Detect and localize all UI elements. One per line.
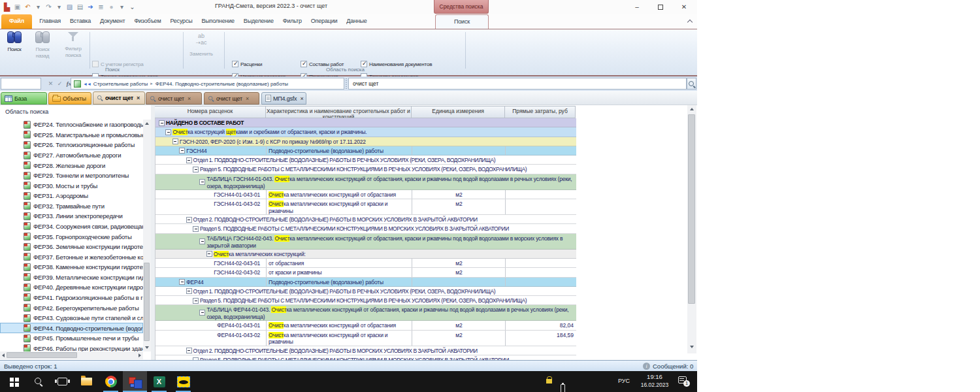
toolbar-more-icon[interactable]: ⌄	[128, 3, 137, 12]
rtf-icon[interactable]: ≣	[97, 3, 105, 12]
sidebar-item[interactable]: ФЕР45. Промышленные печи и трубы	[0, 333, 143, 344]
table-row[interactable]: ФЕР44-01-043-01Очистка металлических кон…	[155, 321, 576, 330]
sidebar-item[interactable]: ФЕР35. Горнопроходческие работы	[0, 231, 143, 242]
collapse-box-icon[interactable]	[179, 279, 185, 285]
tray-clock[interactable]: 19:16 16.02.2023	[638, 373, 672, 389]
collapse-box-icon[interactable]	[193, 167, 199, 172]
lock-icon[interactable]	[546, 376, 553, 384]
export-icon[interactable]: ➔	[86, 3, 95, 12]
redo-icon[interactable]: ↷	[44, 3, 53, 12]
collapse-box-icon[interactable]	[199, 179, 205, 185]
table-row[interactable]: ГЭСН44-02-043-01от обрастаниям2	[155, 259, 576, 268]
collapse-box-icon[interactable]	[186, 288, 192, 294]
ribbon-tab-Главная[interactable]: Главная	[35, 14, 65, 29]
table-vertical-scrollbar[interactable]	[687, 105, 696, 353]
collapse-box-icon[interactable]	[206, 251, 212, 257]
sidebar-item[interactable]: ФЕР34. Сооружения связи, радиовещания	[0, 221, 143, 232]
chrome-taskbar-button[interactable]	[99, 371, 123, 392]
maximize-button[interactable]	[651, 0, 670, 14]
ribbon-tab-Фильтр[interactable]: Фильтр	[278, 14, 306, 29]
ribbon-tab-Файл[interactable]: Файл	[1, 14, 32, 29]
table-row[interactable]: Отдел 1. ПОДВОДНО-СТРОИТЕЛЬНЫЕ (ВОДОЛАЗН…	[155, 287, 576, 296]
table-row[interactable]: ГЭСН-2020, ФЕР-2020 (с Изм. 1-9) с КСР п…	[155, 137, 576, 146]
table-row[interactable]: НАЙДЕНО В СОСТАВЕ РАБОТ	[155, 118, 576, 127]
table-row[interactable]: Раздел 5. ПОДВОДНЫЕ РАБОТЫ С МЕТАЛЛИЧЕСК…	[155, 296, 576, 305]
file-explorer-taskbar-button[interactable]	[74, 371, 99, 392]
collapse-box-icon[interactable]	[199, 310, 205, 316]
table-row[interactable]: ГЭСН44-02-043-02от краски и ржавчиным2	[155, 268, 576, 277]
sidebar-item[interactable]: ФЕР31. Аэродромы	[0, 191, 143, 201]
replace-button[interactable]: Заменить	[184, 51, 218, 57]
document-tab-МП4.gsfx[interactable]: МП4.gsfx×	[261, 92, 306, 105]
collapse-box-icon[interactable]	[159, 120, 165, 126]
taskbar-search-taskbar-button[interactable]	[26, 371, 50, 392]
undo-icon[interactable]: ↶	[24, 3, 32, 12]
table-row[interactable]: ТАБЛИЦА ГЭСН44-01-043. Очистка металличе…	[155, 174, 576, 190]
table-row[interactable]: Отдел 2. ПОДВОДНО-СТРОИТЕЛЬНЫЕ (ВОДОЛАЗН…	[155, 215, 576, 224]
history-back-icon[interactable]: ◄◄	[83, 82, 91, 86]
ribbon-tab-Поиск[interactable]: Поиск	[435, 14, 489, 29]
sidebar-item[interactable]: ФЕР29. Тоннели и метрополитены	[0, 171, 143, 181]
sidebar-item[interactable]: ФЕР36. Земляные конструкции гидротехниче…	[0, 242, 143, 252]
sidebar-item[interactable]: ФЕР32. Трамвайные пути	[0, 201, 143, 212]
dropdown-icon[interactable]: ▾	[118, 3, 126, 12]
table-row[interactable]: ГЭСН44-01-043-01Очистка металлических ко…	[155, 190, 576, 199]
ribbon-button-Фильтр поиска[interactable]: Фильтр поиска	[57, 31, 89, 58]
ribbon-tab-Данные[interactable]: Данные	[342, 14, 371, 29]
ribbon-tab-Физобъем[interactable]: Физобъем	[129, 14, 165, 29]
collapse-box-icon[interactable]	[165, 129, 171, 135]
sidebar-vertical-scrollbar[interactable]	[143, 120, 151, 351]
sidebar-item[interactable]: ФЕР28. Железные дороги	[0, 160, 143, 171]
cancel-icon[interactable]: ✕	[46, 78, 55, 90]
sidebar-item[interactable]: ФЕР46. Работы при реконструкции зданий и…	[0, 344, 143, 351]
breadcrumb-root[interactable]: Строительные работы	[93, 81, 148, 87]
task-view-taskbar-button[interactable]	[50, 371, 74, 392]
sidebar-item[interactable]: ФЕР37. Бетонные и железобетонные констру…	[0, 252, 143, 262]
table-row[interactable]: Очистка металлических конструкций:	[155, 250, 576, 259]
collapse-box-icon[interactable]	[179, 148, 185, 154]
splitter-handle[interactable]	[346, 78, 347, 89]
tab-close-icon[interactable]: ×	[137, 95, 140, 101]
table-row[interactable]: Отдел 1. ПОДВОДНО-СТРОИТЕЛЬНЫЕ (ВОДОЛАЗН…	[155, 155, 576, 165]
dropdown-icon[interactable]: ▾	[55, 3, 63, 12]
tab-close-icon[interactable]: ×	[300, 95, 303, 102]
sidebar-item[interactable]: ФЕР42. Берегоукрепительные работы	[0, 302, 143, 313]
ribbon-tab-Вставка[interactable]: Вставка	[65, 14, 95, 29]
sidebar-item[interactable]: ФЕР39. Металлические конструкции гидроте…	[0, 272, 143, 283]
dropdown-icon[interactable]: ▾	[34, 3, 42, 12]
collapse-box-icon[interactable]	[186, 217, 192, 223]
breadcrumb[interactable]: ◄◄ Строительные работы ▸ ФЕР44. Подводно…	[71, 78, 344, 90]
app-logo-icon[interactable]: ▙	[3, 3, 11, 12]
breadcrumb-current[interactable]: ФЕР44. Подводно-строительные (водолазные…	[155, 81, 288, 87]
tray-language[interactable]: РУС	[618, 378, 630, 384]
collapse-box-icon[interactable]	[193, 226, 199, 232]
collapse-box-icon[interactable]	[186, 157, 192, 163]
ribbon-button-Поиск назад[interactable]: Поиск назад	[29, 31, 56, 59]
close-button[interactable]: ✕	[674, 0, 694, 14]
table-row[interactable]: ГЭСН44-01-043-02Очистка металлических ко…	[155, 199, 576, 215]
windows-start-taskbar-button[interactable]	[2, 371, 26, 392]
batman-app-taskbar-button[interactable]	[171, 371, 195, 392]
collapse-box-icon[interactable]	[199, 238, 205, 244]
collapse-box-icon[interactable]	[172, 139, 178, 144]
table-row[interactable]: Раздел 5. ПОДВОДНЫЕ РАБОТЫ С МЕТАЛЛИЧЕСК…	[155, 165, 576, 174]
table-row[interactable]: ГЭСН44Подводно-строительные (водолазные)…	[155, 146, 576, 155]
status-messages[interactable]: Сообщений: 0	[653, 363, 693, 370]
ribbon-tab-Выполнение[interactable]: Выполнение	[197, 14, 238, 29]
ribbon-tab-Операции[interactable]: Операции	[306, 14, 342, 29]
ribbon-button-Поиск[interactable]: Поиск	[1, 31, 27, 53]
table-row[interactable]: Отдел 2. ПОДВОДНО-СТРОИТЕЛЬНЫЕ (ВОДОЛАЗН…	[155, 346, 576, 355]
collapse-ribbon-icon[interactable]	[687, 18, 693, 25]
table-row[interactable]: ТАБЛИЦА ГЭСН44-02-043. Очистка металличе…	[155, 234, 576, 250]
confirm-icon[interactable]: ✓	[56, 78, 64, 90]
document-tab-очист щет[interactable]: очист щет×	[204, 92, 259, 105]
minimize-button[interactable]: –	[627, 0, 647, 14]
picture-icon[interactable]: ▨	[65, 3, 74, 12]
document-tab-Объекты[interactable]: Объекты	[48, 92, 91, 105]
table-row[interactable]: Раздел 5. ПОДВОДНЫЕ РАБОТЫ С МЕТАЛЛИЧЕСК…	[155, 355, 576, 360]
sidebar-item[interactable]: ФЕР26. Теплоизоляционные работы	[0, 140, 143, 150]
search-input[interactable]: очист щет	[348, 78, 687, 90]
print-icon[interactable]: ▤	[76, 3, 84, 12]
sidebar-item[interactable]: ФЕР25. Магистральные и промысловые трубо…	[0, 130, 143, 140]
sidebar-item[interactable]: ФЕР33. Линии электропередачи	[0, 211, 143, 221]
